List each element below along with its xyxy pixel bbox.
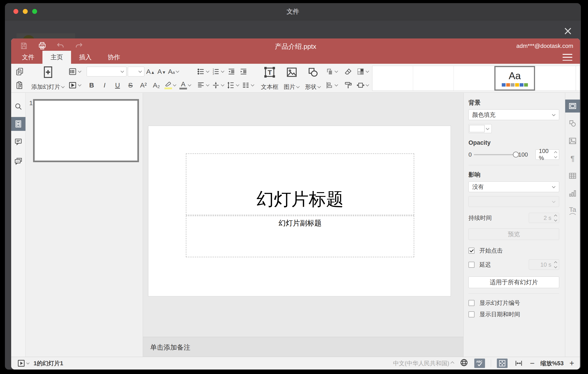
copy-style-button[interactable] xyxy=(343,80,353,91)
slides-panel-button[interactable] xyxy=(11,117,25,131)
slide-settings-button[interactable] xyxy=(565,99,580,112)
delay-checkbox[interactable] xyxy=(469,262,474,268)
theme-option-3[interactable] xyxy=(454,66,494,91)
slide-thumbnail[interactable] xyxy=(33,99,139,162)
subscript-button[interactable]: A₂ xyxy=(151,80,161,91)
paste-button[interactable] xyxy=(15,80,25,91)
spellcheck-icon: ABC xyxy=(475,359,484,367)
start-slideshow-button[interactable] xyxy=(68,80,81,91)
increase-font-button[interactable]: A▲ xyxy=(146,66,156,77)
font-color-button[interactable]: A xyxy=(179,80,191,91)
shape-settings-button[interactable] xyxy=(565,117,580,130)
arrange-shape-button[interactable] xyxy=(325,66,338,77)
add-slide-button[interactable]: 添加幻灯片 xyxy=(30,65,66,91)
theme-option-selected[interactable]: Aa xyxy=(494,66,535,91)
line-spacing-button[interactable] xyxy=(227,80,239,91)
opacity-value: 100 % xyxy=(539,148,551,162)
opacity-slider-handle[interactable] xyxy=(513,152,519,157)
copy-button[interactable] xyxy=(15,66,25,77)
fit-to-width-button[interactable] xyxy=(513,359,524,368)
shade-fill-button[interactable] xyxy=(356,66,369,77)
columns-button[interactable] xyxy=(242,80,254,91)
decrease-indent-button[interactable] xyxy=(227,66,236,77)
textart-settings-button[interactable]: Ta xyxy=(565,204,580,217)
effect-type-select xyxy=(469,196,559,207)
tab-file[interactable]: 文件 xyxy=(14,51,42,64)
horizontal-align-button[interactable] xyxy=(197,80,209,91)
image-icon xyxy=(285,66,298,79)
theme-option-2[interactable] xyxy=(413,66,454,91)
theme-option-1[interactable] xyxy=(372,66,413,91)
show-slide-number-checkbox[interactable] xyxy=(469,300,474,306)
apply-to-all-slides-button[interactable]: 适用于所有幻灯片 xyxy=(469,276,559,288)
theme-gallery-expand-button[interactable] xyxy=(576,66,580,91)
decrease-font-button[interactable]: A▼ xyxy=(157,66,167,77)
status-bar: 1的幻灯片1 中文(中华人民共和国) ABC xyxy=(11,357,580,370)
comments-button[interactable] xyxy=(11,135,25,149)
subtitle-placeholder[interactable]: 幻灯片副标题 xyxy=(186,216,414,257)
start-on-click-checkbox[interactable] xyxy=(469,248,474,254)
align-shape-button[interactable] xyxy=(325,80,338,91)
bullets-button[interactable] xyxy=(197,66,209,77)
show-date-time-checkbox[interactable] xyxy=(469,311,474,317)
paragraph-settings-button[interactable]: ¶ xyxy=(565,152,580,165)
background-fill-select[interactable]: 颜色填充 xyxy=(469,109,559,120)
font-size-combo[interactable] xyxy=(128,67,144,77)
chart-settings-button[interactable] xyxy=(565,187,580,200)
insert-shape-button[interactable]: 形状 xyxy=(304,65,322,91)
strikethrough-button[interactable]: S xyxy=(126,80,135,91)
effect-label: 影响 xyxy=(469,171,559,179)
increase-indent-button[interactable] xyxy=(239,66,248,77)
insert-textbox-button[interactable]: T 文本框 xyxy=(260,65,280,91)
language-selector[interactable]: 中文(中华人民共和国) xyxy=(393,360,454,367)
chevron-down-icon xyxy=(221,69,224,73)
slide[interactable]: 幻灯片标题 幻灯片副标题 xyxy=(148,126,451,296)
table-settings-button[interactable] xyxy=(565,169,580,182)
zoom-out-button[interactable]: − xyxy=(530,359,535,367)
numbered-list-icon: 123 xyxy=(211,67,220,76)
notes-area[interactable]: 单击添加备注 xyxy=(143,337,463,357)
fit-width-icon xyxy=(514,359,523,367)
chevron-down-icon xyxy=(176,69,179,73)
underline-button[interactable]: U xyxy=(113,80,122,91)
opacity-spinner[interactable]: 100 % xyxy=(536,149,559,160)
tab-collaboration[interactable]: 协作 xyxy=(100,51,128,64)
menu-icon[interactable] xyxy=(563,54,572,61)
spinner-arrows-icon[interactable] xyxy=(555,152,557,158)
editor-main: 1 幻灯片标题 幻灯片副标题 单击添加备注 背景 颜色填充 xyxy=(11,93,580,357)
vertical-align-button[interactable] xyxy=(211,80,224,91)
chat-button[interactable] xyxy=(11,154,25,168)
search-button[interactable] xyxy=(11,99,25,113)
slide-layout-button[interactable] xyxy=(68,66,81,77)
image-settings-button[interactable] xyxy=(565,134,580,147)
slide-size-button[interactable] xyxy=(356,80,369,91)
background-color-picker[interactable] xyxy=(469,124,492,133)
zoom-in-button[interactable]: + xyxy=(569,359,574,367)
spell-check-button[interactable]: ABC xyxy=(474,359,485,368)
insert-image-button[interactable]: 图片 xyxy=(282,65,301,91)
duration-label: 持续时间 xyxy=(469,214,492,222)
change-case-button[interactable]: Aa xyxy=(168,66,179,77)
opacity-slider[interactable] xyxy=(474,154,516,155)
add-slide-label: 添加幻灯片 xyxy=(31,83,60,91)
clear-style-button[interactable] xyxy=(343,66,353,77)
highlight-color-button[interactable] xyxy=(164,80,176,91)
slide-title-text: 幻灯片标题 xyxy=(256,188,344,211)
theme-option-5[interactable] xyxy=(535,66,576,91)
superscript-button[interactable]: A² xyxy=(138,80,148,91)
fit-to-slide-button[interactable] xyxy=(497,359,508,368)
tab-home[interactable]: 主页 xyxy=(42,51,71,64)
bold-button[interactable]: B xyxy=(87,80,96,91)
close-icon[interactable] xyxy=(563,27,572,35)
chevron-down-icon xyxy=(486,126,490,130)
effect-select[interactable]: 没有 xyxy=(469,181,559,192)
notes-placeholder-text: 单击添加备注 xyxy=(150,344,190,351)
font-name-combo[interactable] xyxy=(87,67,126,77)
italic-button[interactable]: I xyxy=(100,80,109,91)
tab-insert[interactable]: 插入 xyxy=(71,51,100,64)
start-slideshow-status-button[interactable] xyxy=(17,359,30,367)
presentation-editor: 产品介绍.pptx adm***@dootask.com 文件 主页 插入 协作 xyxy=(11,38,580,370)
numbering-button[interactable]: 123 xyxy=(211,66,224,77)
title-placeholder[interactable]: 幻灯片标题 xyxy=(186,154,414,215)
document-language-button[interactable] xyxy=(460,358,469,369)
